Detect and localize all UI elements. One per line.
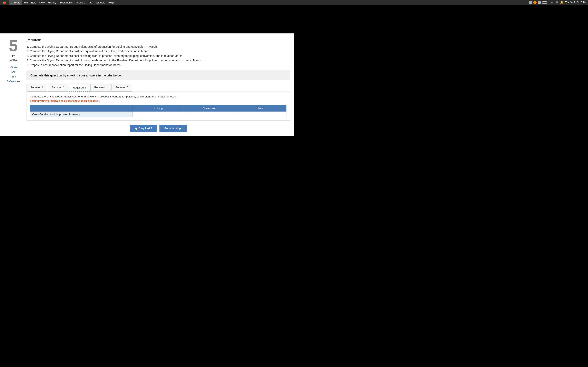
conversion-input[interactable] (184, 111, 235, 117)
menubar-edit[interactable]: Edit (29, 0, 37, 5)
menubar-window[interactable]: Window (94, 0, 107, 5)
menubar-tab[interactable]: Tab (86, 0, 94, 5)
required-item-4: 4. Compute the Drying Department's cost … (26, 58, 290, 63)
info-box-text: Complete this question by entering your … (30, 74, 122, 77)
references-link[interactable]: References (6, 79, 21, 83)
total-input[interactable] (235, 111, 286, 117)
pulping-input-cell[interactable] (133, 111, 184, 117)
total-input-cell[interactable] (235, 111, 286, 117)
menubar-view[interactable]: View (37, 0, 46, 5)
bottom-black-area (0, 136, 294, 152)
apple-menu[interactable]: 🍎 (2, 1, 8, 4)
col-header-conversion: Conversion (184, 105, 235, 111)
col-header-total: Total (235, 105, 286, 111)
content-area: Required: 1. Compute the Drying Departme… (26, 38, 290, 132)
menubar-profiles[interactable]: Profiles (74, 0, 86, 5)
menubar-history[interactable]: History (46, 0, 58, 5)
menubar: 🍎 Chrome File Edit View History Bookmark… (0, 0, 294, 5)
tab-required-3[interactable]: Required 3 (69, 83, 90, 92)
pulping-input[interactable] (133, 111, 184, 117)
question-instruction: Compute the Drying Department's cost of … (30, 95, 286, 98)
col-header-label (30, 105, 133, 111)
tab-required-1[interactable]: Required 1 (26, 83, 47, 92)
required-heading: Required: (26, 38, 290, 42)
nav-buttons: ◀ Required 2 Required 4 ▶ (26, 125, 290, 132)
ebook-link[interactable]: eBook (9, 65, 18, 69)
tab-required-4[interactable]: Required 4 (90, 83, 111, 92)
col-header-pulping: Pulping (133, 105, 184, 111)
menubar-bookmarks[interactable]: Bookmarks (58, 0, 74, 5)
tab-required-5[interactable]: Required 5 (112, 83, 132, 92)
tab-required-2[interactable]: Required 2 (48, 83, 69, 92)
next-arrow-icon: ▶ (180, 127, 182, 130)
menubar-help[interactable]: Help (107, 0, 116, 5)
required-item-1: 1. Compute the Drying Department's equiv… (26, 44, 290, 49)
table-row: Cost of ending work in process inventory (30, 111, 286, 117)
sidebar-links: eBook Ask Print References (6, 65, 21, 83)
data-table: Pulping Conversion Total Cost of ending … (30, 105, 286, 117)
ask-link[interactable]: Ask (10, 70, 16, 74)
row-label: Cost of ending work in process inventory (30, 111, 133, 117)
top-black-area (0, 5, 294, 33)
required-item-5: 5. Prepare a cost reconciliation report … (26, 63, 290, 67)
left-sidebar: 5 12 points eBook Ask Print References (4, 38, 22, 132)
info-box: Complete this question by entering your … (26, 71, 290, 80)
problem-number: 5 (9, 38, 18, 54)
prev-button-label: Required 2 (139, 127, 152, 130)
next-button[interactable]: Required 4 ▶ (159, 125, 187, 132)
next-button-label: Required 4 (164, 127, 178, 130)
print-link[interactable]: Print (10, 75, 17, 78)
required-item-2: 2. Compute the Drying Department's cost … (26, 49, 290, 53)
prev-button[interactable]: ◀ Required 2 (130, 125, 157, 132)
main-content: 5 12 points eBook Ask Print References R… (0, 33, 294, 136)
prev-arrow-icon: ◀ (135, 127, 137, 130)
question-box: Compute the Drying Department's cost of … (26, 92, 290, 121)
menubar-file[interactable]: File (22, 0, 29, 5)
required-item-3: 3. Compute the Drying Department's cost … (26, 54, 290, 58)
round-note: (Round your intermediate calculations to… (30, 99, 286, 102)
menubar-chrome[interactable]: Chrome (9, 0, 22, 5)
tabs-container: Required 1 Required 2 Required 3 Require… (26, 83, 290, 92)
points-label: 12 points (9, 55, 17, 61)
conversion-input-cell[interactable] (184, 111, 235, 117)
required-section: Required: 1. Compute the Drying Departme… (26, 38, 290, 67)
